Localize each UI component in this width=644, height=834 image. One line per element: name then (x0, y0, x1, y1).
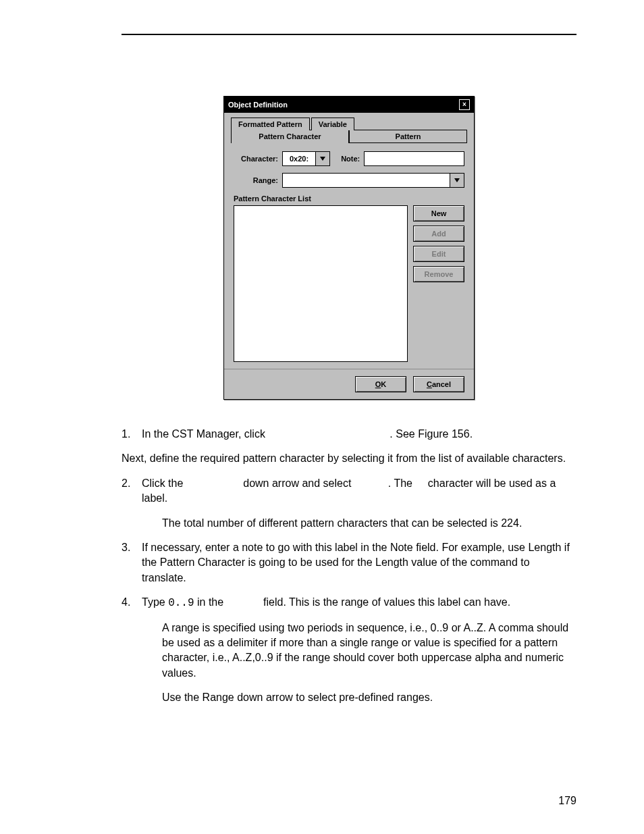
dialog-titlebar: Object Definition × (224, 97, 474, 113)
note-paragraph: The total number of different pattern ch… (162, 516, 576, 531)
note-paragraph: Use the Range down arrow to select pre-d… (162, 690, 576, 705)
primary-tabs: Formatted Pattern Variable (224, 113, 474, 130)
range-field[interactable] (282, 173, 464, 188)
edit-button[interactable]: Edit (413, 246, 464, 262)
document-body: 1. In the CST Manager, click . See Figur… (122, 427, 576, 705)
paragraph: Next, define the required pattern charac… (122, 451, 576, 466)
tab-variable[interactable]: Variable (311, 118, 354, 130)
note-input[interactable] (364, 151, 464, 166)
dialog-title: Object Definition (228, 101, 288, 109)
pattern-character-list-label: Pattern Character List (234, 194, 464, 203)
ok-button[interactable]: OK (355, 376, 406, 392)
step-number: 1. (122, 427, 142, 442)
pattern-character-list[interactable] (234, 205, 408, 362)
step-number: 2. (122, 476, 142, 506)
object-definition-dialog: Object Definition × Formatted Pattern Va… (223, 96, 475, 400)
chevron-down-icon[interactable] (450, 173, 464, 188)
list-item: 4. Type 0..9 in the field. This is the r… (122, 595, 576, 610)
subtab-pattern[interactable]: Pattern (349, 130, 467, 143)
step-number: 4. (122, 595, 142, 610)
subtab-pattern-character[interactable]: Pattern Character (231, 130, 349, 143)
character-value: 0x20: (283, 155, 315, 163)
list-item: 2. Click the down arrow and select . The… (122, 476, 576, 506)
chevron-down-icon[interactable] (315, 152, 329, 165)
remove-button[interactable]: Remove (413, 266, 464, 282)
horizontal-rule (122, 34, 576, 35)
note-label: Note: (341, 155, 360, 163)
tab-formatted-pattern[interactable]: Formatted Pattern (231, 118, 310, 130)
secondary-tabs: Pattern Character Pattern (231, 130, 467, 143)
note-paragraph: A range is specified using two periods i… (162, 621, 576, 681)
step-number: 3. (122, 540, 142, 585)
list-item: 3. If necessary, enter a note to go with… (122, 540, 576, 585)
cancel-button[interactable]: Cancel (413, 376, 464, 392)
add-button[interactable]: Add (413, 226, 464, 242)
list-item: 1. In the CST Manager, click . See Figur… (122, 427, 576, 442)
range-input[interactable] (283, 174, 450, 187)
code-literal: 0..9 (168, 597, 194, 609)
character-label: Character: (234, 155, 278, 163)
character-dropdown[interactable]: 0x20: (282, 151, 330, 166)
new-button[interactable]: New (413, 205, 464, 221)
close-icon[interactable]: × (459, 99, 470, 110)
page-number: 179 (558, 795, 576, 807)
range-label: Range: (234, 176, 278, 184)
